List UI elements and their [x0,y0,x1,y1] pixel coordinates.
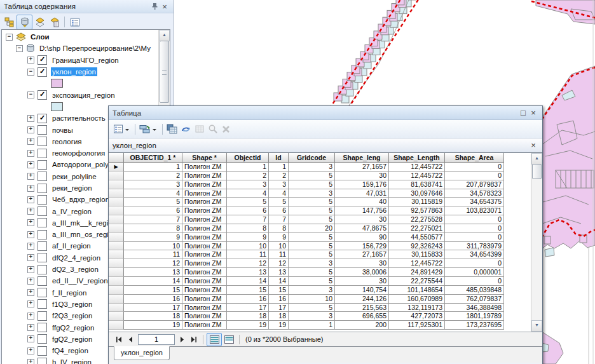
table-cell[interactable]: 140,754 [335,286,389,295]
table-cell[interactable]: 0,000001 [445,268,504,277]
table-cell[interactable]: 47,031 [335,189,389,198]
layer-visibility-checkbox[interactable] [38,137,47,146]
row-selector[interactable] [109,259,124,268]
table-cell[interactable]: 2 [124,172,182,180]
table-cell[interactable]: Полигон ZM [182,180,227,189]
table-cell[interactable]: 14 [269,277,289,286]
table-cell[interactable]: 1801,19789 [445,312,504,321]
expand-icon[interactable]: + [27,196,34,203]
layer-label[interactable]: ГраницаЧГО_region [51,56,120,65]
table-cell[interactable]: Полигон ZM [182,277,227,286]
table-cell[interactable]: 18 [227,312,269,321]
table-cell[interactable]: 19 [227,321,269,330]
table-cell[interactable]: Полигон ZM [182,198,227,206]
toc-options-icon[interactable] [67,15,82,29]
layer-label[interactable]: геоморфология [51,149,106,158]
column-header-OBJECTID_1[interactable]: OBJECTID_1 * [124,153,182,163]
table-cell[interactable]: 11 [227,250,269,259]
table-cell[interactable]: 19 [124,321,182,330]
table-cell[interactable]: 81,638741 [389,180,445,189]
table-cell[interactable]: 16 [227,295,269,304]
table-cell[interactable]: 34,578323 [445,189,504,198]
table-tab[interactable]: уклон_region [114,346,170,360]
collapse-icon[interactable]: − [6,34,13,41]
table-cell[interactable]: 346,388498 [445,304,504,313]
table-cell[interactable]: 10 [289,295,335,304]
table-cell[interactable]: 14 [124,277,182,286]
table-cell[interactable]: 0 [445,215,504,224]
row-selector[interactable] [109,321,124,330]
pin-icon[interactable] [149,2,160,11]
table-cell[interactable]: Полигон ZM [182,215,227,224]
table-cell[interactable]: 5 [289,215,335,224]
column-header-Shape_Length[interactable]: Shape_Length [389,153,445,163]
table-cell[interactable]: 15 [269,286,289,295]
table-cell[interactable]: 12 [124,259,182,268]
table-cell[interactable]: 30,115819 [389,198,445,206]
table-cell[interactable]: 207,879837 [445,180,504,189]
table-cell[interactable]: Полигон ZM [182,304,227,313]
table-cell[interactable]: 30,115833 [389,250,445,259]
table-cell[interactable]: 22,275021 [389,224,445,233]
table-cell[interactable]: 5 [289,233,335,242]
table-cell[interactable]: 2 [269,172,289,180]
table-cell[interactable]: 101,148654 [389,286,445,295]
layer-label[interactable]: экспозиция_region [51,91,116,100]
table-cell[interactable]: 24,891429 [389,268,445,277]
table-cell[interactable]: 3 [289,163,335,172]
source-close-icon[interactable]: × [528,140,538,150]
expand-icon[interactable]: + [27,161,34,168]
table-cell[interactable]: 10 [124,242,182,251]
layer-label[interactable]: почвы [51,126,74,135]
table-cell[interactable]: 16 [124,295,182,304]
table-cell[interactable]: 1 [269,163,289,172]
row-selector[interactable] [109,295,124,304]
switch-selection-icon[interactable] [179,122,193,136]
table-cell[interactable]: 9 [227,233,269,242]
table-cell[interactable]: 3 [289,189,335,198]
table-cell[interactable]: 6 [227,206,269,215]
expand-icon[interactable]: + [27,126,34,133]
grid-scrollbar[interactable]: ▲ ▼ [531,153,542,332]
layer-label[interactable]: f1Q3_region [51,300,93,309]
table-cell[interactable]: 18 [269,312,289,321]
table-cell[interactable]: 0 [445,224,504,233]
table-cell[interactable]: 30,097646 [389,189,445,198]
table-cell[interactable]: 9 [269,233,289,242]
column-header-Objectid[interactable]: Objectid [227,153,269,163]
row-selector[interactable] [109,242,124,251]
layer-label[interactable]: a_IV_region [51,207,93,216]
table-cell[interactable]: 9 [124,233,182,242]
column-header-Id[interactable]: Id [269,153,289,163]
table-cell[interactable]: 12,445722 [389,163,445,172]
toc-close-icon[interactable]: × [160,2,170,11]
layer-visibility-checkbox[interactable] [38,346,47,356]
layer-symbol-swatch[interactable] [51,102,63,111]
table-cell[interactable]: 103,823071 [445,206,504,215]
table-cell[interactable]: 762,079837 [445,295,504,304]
collapse-icon[interactable]: − [27,69,34,76]
table-cell[interactable]: 5 [289,268,335,277]
table-cell[interactable]: 0 [445,233,504,242]
layer-visibility-checkbox[interactable]: ✓ [38,67,47,77]
expand-icon[interactable]: + [27,300,34,307]
table-cell[interactable]: 485,039848 [445,286,504,295]
table-cell[interactable]: 44,550577 [389,233,445,242]
table-cell[interactable]: Полигон ZM [182,224,227,233]
row-selector[interactable] [109,233,124,242]
table-cell[interactable]: 147,756 [335,206,389,215]
clear-selection-icon[interactable] [193,122,206,136]
table-cell[interactable]: 5 [289,172,335,180]
table-cell[interactable]: 1 [227,163,269,172]
table-cell[interactable]: Полигон ZM [182,242,227,251]
layer-visibility-checkbox[interactable] [38,358,47,364]
table-cell[interactable]: 14 [227,277,269,286]
table-cell[interactable]: 34,654375 [445,198,504,206]
layer-visibility-checkbox[interactable] [38,149,47,158]
next-record-icon[interactable] [177,334,188,344]
table-cell[interactable]: 215,563 [335,304,389,313]
layer-label[interactable]: fgQ2_region [51,335,93,344]
table-cell[interactable]: 30 [335,215,389,224]
table-cell[interactable]: 11 [269,250,289,259]
first-record-icon[interactable] [113,334,125,344]
